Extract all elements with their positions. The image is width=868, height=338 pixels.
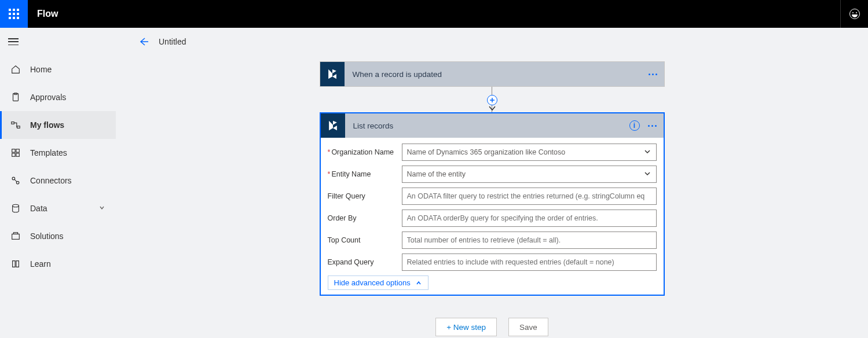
org-name-placeholder: Name of Dynamics 365 organization like C… bbox=[407, 148, 566, 156]
svg-rect-6 bbox=[12, 153, 15, 156]
sidebar-item-approvals[interactable]: Approvals bbox=[0, 83, 116, 111]
sidebar-item-connectors[interactable]: Connectors bbox=[0, 167, 116, 194]
chevron-up-icon bbox=[415, 280, 422, 286]
action-title: List records bbox=[353, 122, 394, 130]
trigger-header[interactable]: When a record is updated bbox=[320, 62, 664, 86]
flow-canvas: When a record is updated bbox=[116, 56, 868, 338]
top-count-label: Top Count bbox=[328, 236, 402, 244]
svg-point-9 bbox=[16, 181, 19, 184]
step-connector bbox=[320, 87, 665, 112]
sidebar-item-label: Data bbox=[30, 204, 47, 213]
app-launcher-button[interactable] bbox=[0, 0, 28, 28]
clipboard-icon bbox=[10, 92, 21, 102]
footer-actions: + New step Save bbox=[435, 318, 548, 336]
editor-toolbar: Untitled bbox=[116, 28, 868, 56]
sidebar-item-templates[interactable]: Templates bbox=[0, 139, 116, 167]
expand-query-input[interactable] bbox=[402, 254, 657, 271]
sidebar-item-label: Home bbox=[30, 65, 52, 74]
svg-rect-12 bbox=[13, 233, 17, 234]
action-body: *Organization Name Name of Dynamics 365 … bbox=[321, 138, 664, 295]
app-name: Flow bbox=[37, 9, 58, 19]
flow-icon bbox=[10, 120, 21, 130]
org-name-label: *Organization Name bbox=[328, 148, 402, 156]
filter-query-input[interactable] bbox=[402, 188, 657, 205]
main-area: Untitled When a record is updated bbox=[116, 28, 868, 338]
entity-name-label: *Entity Name bbox=[328, 170, 402, 178]
trigger-title: When a record is updated bbox=[353, 70, 442, 79]
order-by-label: Order By bbox=[328, 214, 402, 222]
trigger-card[interactable]: When a record is updated bbox=[320, 61, 665, 87]
org-name-select[interactable]: Name of Dynamics 365 organization like C… bbox=[402, 144, 657, 161]
smile-icon bbox=[849, 9, 860, 19]
learn-icon bbox=[10, 259, 21, 269]
chevron-down-icon bbox=[98, 204, 105, 213]
sidebar-item-my-flows[interactable]: My flows bbox=[0, 111, 116, 139]
sidebar: Home Approvals My flows Templates Connec bbox=[0, 28, 116, 338]
sidebar-item-data[interactable]: Data bbox=[0, 194, 116, 222]
action-menu-button[interactable] bbox=[648, 125, 657, 127]
filter-query-label: Filter Query bbox=[328, 192, 402, 200]
chevron-down-icon bbox=[643, 148, 651, 157]
waffle-icon bbox=[9, 9, 19, 19]
svg-rect-7 bbox=[16, 153, 19, 156]
sidebar-item-label: Templates bbox=[30, 148, 67, 157]
trigger-menu-button[interactable] bbox=[649, 74, 657, 75]
advanced-toggle-label: Hide advanced options bbox=[334, 278, 411, 287]
svg-rect-2 bbox=[12, 122, 14, 124]
sidebar-item-label: Approvals bbox=[30, 93, 66, 102]
topbar: Flow bbox=[0, 0, 868, 28]
entity-name-select[interactable]: Name of the entity bbox=[402, 166, 657, 183]
svg-rect-5 bbox=[16, 149, 19, 152]
sidebar-item-label: Connectors bbox=[30, 176, 72, 185]
flow-name[interactable]: Untitled bbox=[159, 37, 186, 46]
sidebar-item-solutions[interactable]: Solutions bbox=[0, 222, 116, 250]
hide-advanced-options-button[interactable]: Hide advanced options bbox=[328, 275, 428, 290]
chevron-down-icon bbox=[643, 170, 651, 179]
sidebar-item-label: Learn bbox=[30, 259, 51, 269]
svg-point-8 bbox=[12, 177, 15, 180]
sidebar-item-learn[interactable]: Learn bbox=[0, 250, 116, 278]
action-header[interactable]: List records i bbox=[321, 113, 664, 138]
feedback-button[interactable] bbox=[840, 0, 868, 28]
top-count-input[interactable] bbox=[402, 232, 657, 249]
svg-point-10 bbox=[13, 204, 19, 207]
dynamics-icon bbox=[321, 113, 345, 138]
action-card[interactable]: List records i *Organization Name Name o… bbox=[320, 112, 665, 296]
solutions-icon bbox=[10, 231, 21, 241]
info-button[interactable]: i bbox=[629, 120, 640, 131]
connectors-icon bbox=[10, 175, 21, 186]
svg-rect-3 bbox=[17, 126, 20, 128]
svg-rect-4 bbox=[12, 149, 15, 152]
templates-icon bbox=[10, 148, 21, 158]
home-icon bbox=[10, 64, 21, 75]
back-button[interactable] bbox=[135, 34, 152, 50]
sidebar-item-label: My flows bbox=[30, 120, 64, 130]
save-button[interactable]: Save bbox=[508, 318, 548, 336]
dynamics-icon bbox=[320, 62, 345, 86]
entity-name-placeholder: Name of the entity bbox=[407, 170, 466, 178]
svg-rect-11 bbox=[12, 234, 20, 239]
data-icon bbox=[10, 203, 21, 214]
hamburger-icon[interactable] bbox=[8, 38, 19, 45]
sidebar-item-label: Solutions bbox=[30, 232, 64, 241]
expand-query-label: Expand Query bbox=[328, 258, 402, 266]
order-by-input[interactable] bbox=[402, 210, 657, 227]
sidebar-item-home[interactable]: Home bbox=[0, 56, 116, 83]
new-step-button[interactable]: + New step bbox=[435, 318, 497, 336]
